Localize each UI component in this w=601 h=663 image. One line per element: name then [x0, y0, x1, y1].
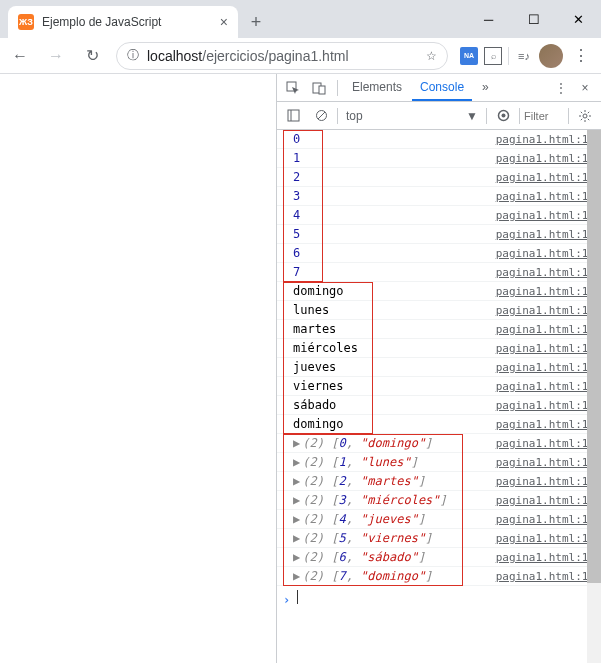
address-bar[interactable]: ⓘ localhost/ejercicios/pagina1.html ☆ [116, 42, 448, 70]
scrollbar[interactable] [587, 130, 601, 663]
svg-point-9 [583, 114, 587, 118]
source-link[interactable]: pagina1.html:17 [496, 437, 595, 450]
console-line[interactable]: martespagina1.html:15 [277, 320, 601, 339]
source-link[interactable]: pagina1.html:15 [496, 304, 595, 317]
source-link[interactable]: pagina1.html:13 [496, 190, 595, 203]
filter-input[interactable] [524, 110, 564, 122]
console-line[interactable]: sábadopagina1.html:15 [277, 396, 601, 415]
console-line[interactable]: domingopagina1.html:15 [277, 415, 601, 434]
console-line[interactable]: ▶(2) [2, "martes"]pagina1.html:17 [277, 472, 601, 491]
console-line[interactable]: ▶(2) [4, "jueves"]pagina1.html:17 [277, 510, 601, 529]
context-selector[interactable]: top▼ [342, 106, 482, 126]
console-line[interactable]: lunespagina1.html:15 [277, 301, 601, 320]
source-link[interactable]: pagina1.html:15 [496, 418, 595, 431]
back-button[interactable]: ← [8, 47, 32, 65]
devtools-menu-icon[interactable]: ⋮ [549, 76, 573, 100]
source-link[interactable]: pagina1.html:13 [496, 228, 595, 241]
source-link[interactable]: pagina1.html:15 [496, 285, 595, 298]
source-link[interactable]: pagina1.html:15 [496, 399, 595, 412]
console-line[interactable]: ▶(2) [7, "domingo"]pagina1.html:17 [277, 567, 601, 586]
svg-rect-3 [288, 110, 299, 121]
extension-icon-1[interactable]: NA [460, 47, 478, 65]
tab-console[interactable]: Console [412, 74, 472, 101]
console-line[interactable]: 3pagina1.html:13 [277, 187, 601, 206]
inspect-element-icon[interactable] [281, 76, 305, 100]
source-link[interactable]: pagina1.html:17 [496, 551, 595, 564]
maximize-button[interactable]: ☐ [511, 4, 556, 34]
close-window-button[interactable]: ✕ [556, 4, 601, 34]
source-link[interactable]: pagina1.html:17 [496, 513, 595, 526]
profile-avatar[interactable] [539, 44, 563, 68]
forward-button[interactable]: → [44, 47, 68, 65]
minimize-button[interactable]: ─ [466, 4, 511, 34]
tab-more[interactable]: » [474, 74, 497, 101]
console-settings-icon[interactable] [573, 104, 597, 128]
new-tab-button[interactable]: + [242, 8, 270, 36]
svg-line-6 [318, 112, 325, 119]
devtools-panel: Elements Console » ⋮ × top▼ [276, 74, 601, 663]
source-link[interactable]: pagina1.html:17 [496, 532, 595, 545]
devtools-close-icon[interactable]: × [573, 76, 597, 100]
console-line[interactable]: 2pagina1.html:13 [277, 168, 601, 187]
console-line[interactable]: 5pagina1.html:13 [277, 225, 601, 244]
extension-icon-2[interactable]: ⌕ [484, 47, 502, 65]
console-line[interactable]: 1pagina1.html:13 [277, 149, 601, 168]
source-link[interactable]: pagina1.html:13 [496, 266, 595, 279]
console-toolbar: top▼ [277, 102, 601, 130]
url-text: localhost/ejercicios/pagina1.html [147, 48, 349, 64]
window-titlebar: ЖЗ Ejemplo de JavaScript × + ─ ☐ ✕ [0, 0, 601, 38]
source-link[interactable]: pagina1.html:13 [496, 133, 595, 146]
source-link[interactable]: pagina1.html:13 [496, 209, 595, 222]
console-line[interactable]: ▶(2) [3, "miércoles"]pagina1.html:17 [277, 491, 601, 510]
console-line[interactable]: ▶(2) [0, "domingo"]pagina1.html:17 [277, 434, 601, 453]
source-link[interactable]: pagina1.html:15 [496, 323, 595, 336]
reload-button[interactable]: ↻ [80, 46, 104, 65]
devtools-tabs: Elements Console » ⋮ × [277, 74, 601, 102]
console-line[interactable]: ▶(2) [1, "lunes"]pagina1.html:17 [277, 453, 601, 472]
source-link[interactable]: pagina1.html:15 [496, 342, 595, 355]
info-icon[interactable]: ⓘ [127, 47, 139, 64]
source-link[interactable]: pagina1.html:13 [496, 152, 595, 165]
svg-rect-2 [319, 86, 325, 94]
xampp-favicon: ЖЗ [18, 14, 34, 30]
playlist-icon[interactable]: ≡♪ [515, 47, 533, 65]
console-line[interactable]: 7pagina1.html:13 [277, 263, 601, 282]
console-line[interactable]: viernespagina1.html:15 [277, 377, 601, 396]
menu-icon[interactable]: ⋮ [569, 46, 593, 65]
star-icon[interactable]: ☆ [426, 49, 437, 63]
source-link[interactable]: pagina1.html:13 [496, 247, 595, 260]
source-link[interactable]: pagina1.html:15 [496, 361, 595, 374]
console-line[interactable]: miércolespagina1.html:15 [277, 339, 601, 358]
tab-elements[interactable]: Elements [344, 74, 410, 101]
console-output[interactable]: 0pagina1.html:131pagina1.html:132pagina1… [277, 130, 601, 663]
device-toolbar-icon[interactable] [307, 76, 331, 100]
browser-tab[interactable]: ЖЗ Ejemplo de JavaScript × [8, 6, 238, 38]
console-sidebar-icon[interactable] [281, 104, 305, 128]
live-expression-icon[interactable] [491, 104, 515, 128]
source-link[interactable]: pagina1.html:17 [496, 456, 595, 469]
console-line[interactable]: ▶(2) [6, "sábado"]pagina1.html:17 [277, 548, 601, 567]
console-prompt[interactable] [277, 586, 601, 611]
console-line[interactable]: 0pagina1.html:13 [277, 130, 601, 149]
source-link[interactable]: pagina1.html:13 [496, 171, 595, 184]
source-link[interactable]: pagina1.html:17 [496, 570, 595, 583]
source-link[interactable]: pagina1.html:17 [496, 494, 595, 507]
console-line[interactable]: ▶(2) [5, "viernes"]pagina1.html:17 [277, 529, 601, 548]
console-line[interactable]: juevespagina1.html:15 [277, 358, 601, 377]
console-line[interactable]: domingopagina1.html:15 [277, 282, 601, 301]
browser-toolbar: ← → ↻ ⓘ localhost/ejercicios/pagina1.htm… [0, 38, 601, 74]
page-content [0, 74, 276, 663]
close-tab-icon[interactable]: × [220, 14, 228, 30]
tab-title: Ejemplo de JavaScript [42, 15, 161, 29]
source-link[interactable]: pagina1.html:15 [496, 380, 595, 393]
svg-point-8 [501, 114, 505, 118]
console-line[interactable]: 6pagina1.html:13 [277, 244, 601, 263]
console-line[interactable]: 4pagina1.html:13 [277, 206, 601, 225]
clear-console-icon[interactable] [309, 104, 333, 128]
source-link[interactable]: pagina1.html:17 [496, 475, 595, 488]
